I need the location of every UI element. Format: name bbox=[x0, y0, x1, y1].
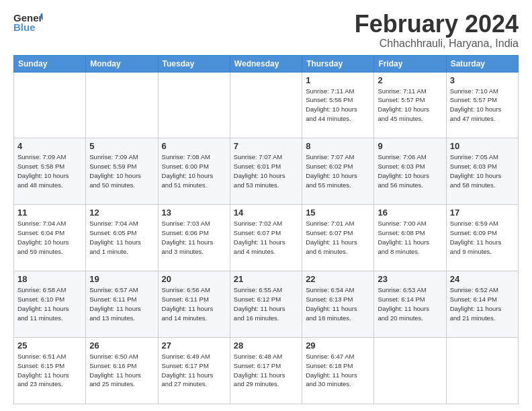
day-info-13: Sunrise: 7:03 AMSunset: 6:06 PMDaylight:… bbox=[162, 219, 226, 256]
cell-w2-d6: 17Sunrise: 6:59 AMSunset: 6:09 PMDayligh… bbox=[446, 205, 518, 271]
cell-w1-d2: 6Sunrise: 7:08 AMSunset: 6:00 PMDaylight… bbox=[158, 138, 230, 205]
day-num-7: 7 bbox=[234, 141, 298, 151]
day-info-8: Sunrise: 7:07 AMSunset: 6:02 PMDaylight:… bbox=[306, 152, 370, 189]
day-num-14: 14 bbox=[234, 208, 298, 218]
day-num-23: 23 bbox=[378, 274, 442, 284]
day-info-1: Sunrise: 7:11 AMSunset: 5:56 PMDaylight:… bbox=[306, 87, 370, 124]
day-info-2: Sunrise: 7:11 AMSunset: 5:57 PMDaylight:… bbox=[378, 87, 442, 124]
week-row-0: 1Sunrise: 7:11 AMSunset: 5:56 PMDaylight… bbox=[14, 72, 519, 138]
day-num-16: 16 bbox=[378, 208, 442, 218]
day-num-5: 5 bbox=[89, 141, 154, 151]
cell-w1-d3: 7Sunrise: 7:07 AMSunset: 6:01 PMDaylight… bbox=[230, 138, 302, 205]
month-title: February 2024 bbox=[355, 11, 519, 38]
cell-w4-d4: 29Sunrise: 6:47 AMSunset: 6:18 PMDayligh… bbox=[302, 338, 374, 404]
day-num-25: 25 bbox=[17, 340, 82, 351]
day-num-13: 13 bbox=[162, 208, 226, 218]
day-num-26: 26 bbox=[89, 340, 154, 351]
day-num-22: 22 bbox=[306, 274, 370, 284]
cell-w3-d6: 24Sunrise: 6:52 AMSunset: 6:14 PMDayligh… bbox=[446, 271, 518, 338]
weekday-row: Sunday Monday Tuesday Wednesday Thursday… bbox=[14, 55, 519, 72]
cell-w2-d2: 13Sunrise: 7:03 AMSunset: 6:06 PMDayligh… bbox=[158, 205, 230, 271]
day-num-11: 11 bbox=[17, 208, 82, 218]
day-info-7: Sunrise: 7:07 AMSunset: 6:01 PMDaylight:… bbox=[234, 152, 298, 189]
day-info-23: Sunrise: 6:53 AMSunset: 6:14 PMDaylight:… bbox=[378, 285, 442, 322]
cell-w2-d5: 16Sunrise: 7:00 AMSunset: 6:08 PMDayligh… bbox=[374, 205, 446, 271]
cell-w2-d4: 15Sunrise: 7:01 AMSunset: 6:07 PMDayligh… bbox=[302, 205, 374, 271]
day-num-19: 19 bbox=[89, 274, 154, 284]
day-num-1: 1 bbox=[306, 75, 370, 85]
day-num-4: 4 bbox=[17, 141, 82, 151]
cell-w4-d0: 25Sunrise: 6:51 AMSunset: 6:15 PMDayligh… bbox=[14, 338, 86, 404]
day-num-9: 9 bbox=[378, 141, 442, 151]
header-sunday: Sunday bbox=[14, 55, 86, 72]
cell-w3-d1: 19Sunrise: 6:57 AMSunset: 6:11 PMDayligh… bbox=[86, 271, 158, 338]
cell-w0-d3 bbox=[230, 72, 302, 138]
cell-w4-d5 bbox=[374, 338, 446, 404]
day-info-6: Sunrise: 7:08 AMSunset: 6:00 PMDaylight:… bbox=[162, 152, 226, 189]
cell-w4-d1: 26Sunrise: 6:50 AMSunset: 6:16 PMDayligh… bbox=[86, 338, 158, 404]
cell-w0-d5: 2Sunrise: 7:11 AMSunset: 5:57 PMDaylight… bbox=[374, 72, 446, 138]
day-info-11: Sunrise: 7:04 AMSunset: 6:04 PMDaylight:… bbox=[17, 219, 82, 256]
week-row-1: 4Sunrise: 7:09 AMSunset: 5:58 PMDaylight… bbox=[14, 138, 519, 205]
cell-w3-d4: 22Sunrise: 6:54 AMSunset: 6:13 PMDayligh… bbox=[302, 271, 374, 338]
week-row-4: 25Sunrise: 6:51 AMSunset: 6:15 PMDayligh… bbox=[14, 338, 519, 404]
day-num-12: 12 bbox=[89, 208, 154, 218]
calendar-table: Sunday Monday Tuesday Wednesday Thursday… bbox=[13, 55, 519, 404]
day-num-3: 3 bbox=[450, 75, 515, 85]
day-num-21: 21 bbox=[234, 274, 298, 284]
day-num-10: 10 bbox=[450, 141, 515, 151]
cell-w1-d4: 8Sunrise: 7:07 AMSunset: 6:02 PMDaylight… bbox=[302, 138, 374, 205]
day-info-9: Sunrise: 7:06 AMSunset: 6:03 PMDaylight:… bbox=[378, 152, 442, 189]
header-monday: Monday bbox=[86, 55, 158, 72]
day-info-16: Sunrise: 7:00 AMSunset: 6:08 PMDaylight:… bbox=[378, 219, 442, 256]
day-info-25: Sunrise: 6:51 AMSunset: 6:15 PMDaylight:… bbox=[17, 352, 82, 389]
day-num-8: 8 bbox=[306, 141, 370, 151]
day-info-15: Sunrise: 7:01 AMSunset: 6:07 PMDaylight:… bbox=[306, 219, 370, 256]
title-block: February 2024 Chhachhrauli, Haryana, Ind… bbox=[355, 11, 519, 50]
day-num-28: 28 bbox=[234, 340, 298, 351]
day-info-29: Sunrise: 6:47 AMSunset: 6:18 PMDaylight:… bbox=[306, 352, 370, 389]
day-info-18: Sunrise: 6:58 AMSunset: 6:10 PMDaylight:… bbox=[17, 285, 82, 322]
cell-w1-d5: 9Sunrise: 7:06 AMSunset: 6:03 PMDaylight… bbox=[374, 138, 446, 205]
cell-w1-d1: 5Sunrise: 7:09 AMSunset: 5:59 PMDaylight… bbox=[86, 138, 158, 205]
cell-w1-d0: 4Sunrise: 7:09 AMSunset: 5:58 PMDaylight… bbox=[14, 138, 86, 205]
day-num-29: 29 bbox=[306, 340, 370, 351]
day-num-17: 17 bbox=[450, 208, 515, 218]
day-info-19: Sunrise: 6:57 AMSunset: 6:11 PMDaylight:… bbox=[89, 285, 154, 322]
cell-w0-d6: 3Sunrise: 7:10 AMSunset: 5:57 PMDaylight… bbox=[446, 72, 518, 138]
day-info-28: Sunrise: 6:48 AMSunset: 6:17 PMDaylight:… bbox=[234, 352, 298, 389]
cell-w0-d2 bbox=[158, 72, 230, 138]
day-info-14: Sunrise: 7:02 AMSunset: 6:07 PMDaylight:… bbox=[234, 219, 298, 256]
cell-w3-d0: 18Sunrise: 6:58 AMSunset: 6:10 PMDayligh… bbox=[14, 271, 86, 338]
logo-svg: General Blue bbox=[13, 11, 43, 35]
day-num-15: 15 bbox=[306, 208, 370, 218]
cell-w0-d1 bbox=[86, 72, 158, 138]
svg-text:Blue: Blue bbox=[13, 21, 36, 33]
day-num-20: 20 bbox=[162, 274, 226, 284]
day-num-2: 2 bbox=[378, 75, 442, 85]
header-thursday: Thursday bbox=[302, 55, 374, 72]
cell-w3-d2: 20Sunrise: 6:56 AMSunset: 6:11 PMDayligh… bbox=[158, 271, 230, 338]
cell-w0-d0 bbox=[14, 72, 86, 138]
day-num-18: 18 bbox=[17, 274, 82, 284]
day-num-27: 27 bbox=[162, 340, 226, 351]
cell-w2-d3: 14Sunrise: 7:02 AMSunset: 6:07 PMDayligh… bbox=[230, 205, 302, 271]
day-info-4: Sunrise: 7:09 AMSunset: 5:58 PMDaylight:… bbox=[17, 152, 82, 189]
day-info-5: Sunrise: 7:09 AMSunset: 5:59 PMDaylight:… bbox=[89, 152, 154, 189]
cell-w2-d1: 12Sunrise: 7:04 AMSunset: 6:05 PMDayligh… bbox=[86, 205, 158, 271]
calendar-body: 1Sunrise: 7:11 AMSunset: 5:56 PMDaylight… bbox=[14, 72, 519, 404]
day-info-21: Sunrise: 6:55 AMSunset: 6:12 PMDaylight:… bbox=[234, 285, 298, 322]
cell-w3-d5: 23Sunrise: 6:53 AMSunset: 6:14 PMDayligh… bbox=[374, 271, 446, 338]
day-info-17: Sunrise: 6:59 AMSunset: 6:09 PMDaylight:… bbox=[450, 219, 515, 256]
location-title: Chhachhrauli, Haryana, India bbox=[355, 38, 519, 50]
cell-w4-d3: 28Sunrise: 6:48 AMSunset: 6:17 PMDayligh… bbox=[230, 338, 302, 404]
cell-w2-d0: 11Sunrise: 7:04 AMSunset: 6:04 PMDayligh… bbox=[14, 205, 86, 271]
calendar-header: Sunday Monday Tuesday Wednesday Thursday… bbox=[14, 55, 519, 72]
cell-w4-d2: 27Sunrise: 6:49 AMSunset: 6:17 PMDayligh… bbox=[158, 338, 230, 404]
week-row-3: 18Sunrise: 6:58 AMSunset: 6:10 PMDayligh… bbox=[14, 271, 519, 338]
day-info-10: Sunrise: 7:05 AMSunset: 6:03 PMDaylight:… bbox=[450, 152, 515, 189]
cell-w0-d4: 1Sunrise: 7:11 AMSunset: 5:56 PMDaylight… bbox=[302, 72, 374, 138]
header: General Blue February 2024 Chhachhrauli,… bbox=[13, 11, 519, 50]
day-num-6: 6 bbox=[162, 141, 226, 151]
cell-w1-d6: 10Sunrise: 7:05 AMSunset: 6:03 PMDayligh… bbox=[446, 138, 518, 205]
